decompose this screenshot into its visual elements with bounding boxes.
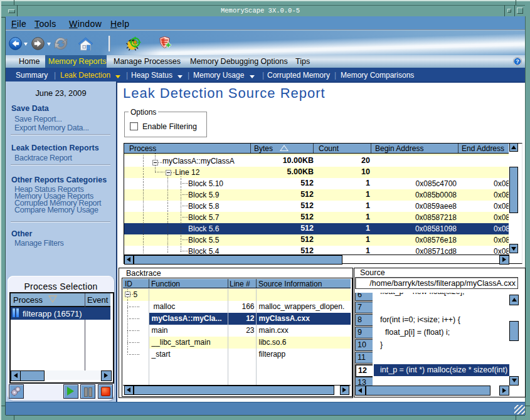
svg-text:?: ? bbox=[516, 58, 519, 65]
